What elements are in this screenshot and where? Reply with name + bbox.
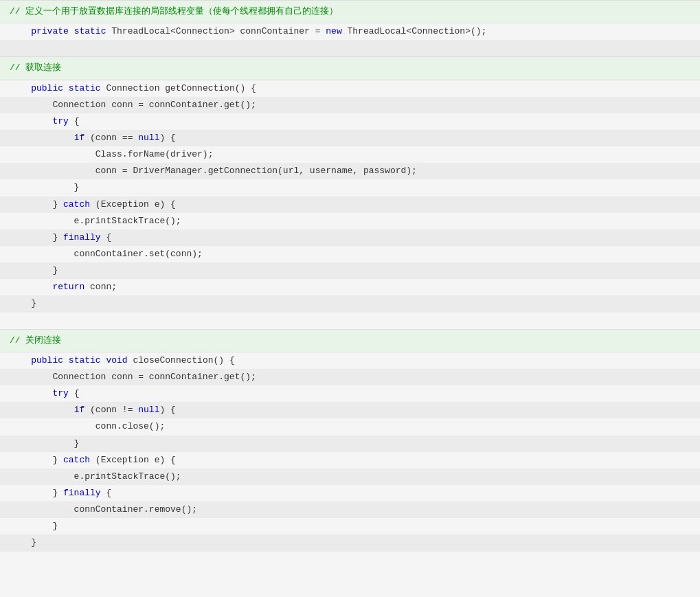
- code-line: }: [0, 436, 700, 452]
- code-line: } catch (Exception e) {: [0, 196, 700, 213]
- code-line-finally-2: } finally {: [0, 485, 700, 502]
- code-line: public static void closeConnection() {: [0, 352, 700, 369]
- spacer-2: [0, 313, 700, 329]
- comment-section-1: // 定义一个用于放置数据库连接的局部线程变量（使每个线程都拥有自己的连接）: [0, 0, 700, 23]
- code-line-finally-1: } finally {: [0, 229, 700, 246]
- code-line: }: [0, 518, 700, 534]
- spacer-1: [0, 40, 700, 56]
- code-line: Connection conn = connContainer.get();: [0, 97, 700, 113]
- code-line: conn = DriverManager.getConnection(url, …: [0, 163, 700, 179]
- code-line: private static ThreadLocal<Connection> c…: [0, 23, 700, 40]
- code-line: e.printStackTrace();: [0, 213, 700, 229]
- code-line: public static Connection getConnection()…: [0, 80, 700, 97]
- code-line: connContainer.remove();: [0, 502, 700, 518]
- code-line: }: [0, 295, 700, 312]
- code-line: try {: [0, 385, 700, 402]
- comment-section-3: // 关闭连接: [0, 329, 700, 352]
- code-line: conn.close();: [0, 418, 700, 435]
- code-line: }: [0, 534, 700, 551]
- code-line: connContainer.set(conn);: [0, 246, 700, 262]
- code-line: }: [0, 262, 700, 279]
- code-line: } catch (Exception e) {: [0, 452, 700, 469]
- comment-section-2: // 获取连接: [0, 56, 700, 80]
- code-line: return conn;: [0, 279, 700, 295]
- code-line: Class.forName(driver);: [0, 146, 700, 163]
- code-line: }: [0, 179, 700, 196]
- code-line: if (conn != null) {: [0, 402, 700, 418]
- code-line: Connection conn = connContainer.get();: [0, 369, 700, 385]
- code-line: e.printStackTrace();: [0, 469, 700, 485]
- code-container: // 定义一个用于放置数据库连接的局部线程变量（使每个线程都拥有自己的连接） p…: [0, 0, 700, 597]
- code-line: if (conn == null) {: [0, 130, 700, 146]
- code-line: try {: [0, 113, 700, 130]
